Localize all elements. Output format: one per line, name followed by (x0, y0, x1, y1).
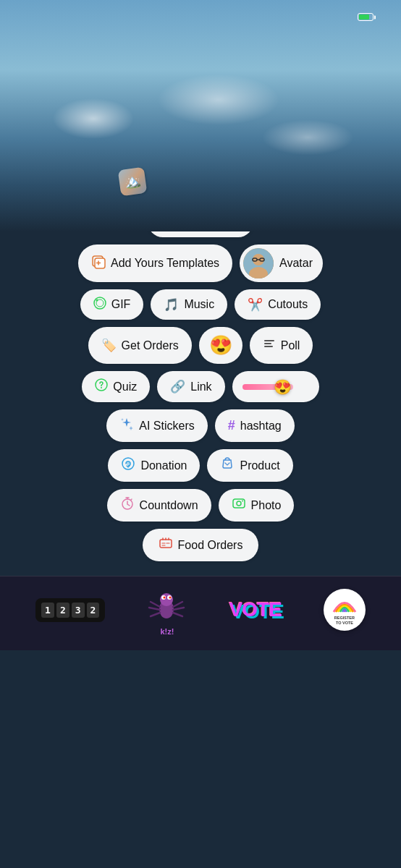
svg-rect-17 (264, 340, 274, 341)
bottom-vote-sticker[interactable]: VOTE (229, 600, 282, 620)
sticker-aistickers-label: AI Stickers (139, 420, 194, 433)
quiz-icon (95, 378, 108, 395)
sticker-gif[interactable]: GIF (80, 289, 144, 320)
register-badge: REGISTERTO VOTE (324, 589, 366, 631)
svg-point-23 (127, 462, 130, 465)
sticker-link-label: Link (190, 380, 211, 393)
sticker-product-label: Product (240, 459, 279, 472)
photo-icon (232, 496, 246, 514)
emoji-reaction-icon: 😍 (209, 334, 232, 357)
sticker-donation-label: Donation (140, 459, 187, 472)
hashtag-icon: # (228, 418, 235, 433)
frames-thumbnail: 🏔️ (118, 167, 148, 197)
sticker-music[interactable]: 🎵 Music (151, 289, 227, 320)
sticker-countdown[interactable]: Countdown (107, 489, 211, 522)
slider-thumb-emoji: 😍 (274, 380, 292, 394)
svg-point-26 (237, 501, 241, 506)
sticker-avatar[interactable]: Avatar (240, 244, 323, 282)
sticker-addyours-templates-label: Add Yours Templates (111, 257, 219, 270)
spider-display: k!z! (147, 584, 187, 636)
sticker-cutouts[interactable]: ✂️ Cutouts (235, 289, 321, 320)
bottom-bar: 1 2 3 2 (0, 576, 401, 650)
countdown-icon (120, 496, 135, 514)
sticker-photo-label: Photo (251, 499, 282, 512)
sticker-row-10: Donation Product (108, 449, 292, 482)
product-icon (220, 456, 235, 475)
aistickers-icon (119, 417, 134, 435)
sticker-countdown-label: Countdown (140, 499, 198, 512)
sticker-hashtag[interactable]: # hashtag (215, 409, 295, 442)
vote-display: VOTE (229, 600, 282, 620)
addyourstemp-icon (91, 255, 106, 273)
bottom-spider-sticker[interactable]: k!z! (147, 584, 187, 636)
sticker-gif-label: GIF (111, 298, 131, 311)
sticker-row-9: AI Stickers # hashtag (106, 409, 294, 442)
sticker-emoji-slider[interactable]: 😍 (232, 371, 319, 402)
svg-rect-19 (264, 346, 273, 347)
sticker-emoji-reaction[interactable]: 😍 (199, 327, 242, 364)
poll-icon (263, 337, 276, 354)
svg-point-27 (242, 501, 243, 502)
bottom-register-sticker[interactable]: REGISTERTO VOTE (324, 589, 366, 631)
avatar-thumbnail (243, 248, 274, 278)
sticker-music-label: Music (184, 298, 214, 311)
sticker-quiz-label: Quiz (113, 380, 137, 393)
foodorders-icon (159, 536, 173, 554)
svg-point-30 (160, 593, 173, 606)
sticker-cutouts-label: Cutouts (268, 298, 308, 311)
svg-rect-18 (264, 343, 271, 344)
sticker-aistickers[interactable]: AI Stickers (106, 409, 207, 442)
sticker-poll-label: Poll (281, 339, 300, 352)
sticker-getorders[interactable]: 🏷️ Get Orders (88, 327, 192, 364)
music-icon: 🎵 (164, 297, 179, 312)
svg-point-34 (169, 597, 172, 599)
svg-point-16 (96, 299, 98, 302)
sticker-row-6: GIF 🎵 Music ✂️ Cutouts (80, 289, 321, 320)
cutouts-icon: ✂️ (248, 297, 263, 312)
vote-label: VOTE (229, 600, 282, 620)
getorders-icon: 🏷️ (101, 338, 117, 353)
sticker-foodorders-label: Food Orders (178, 539, 243, 552)
sticker-row-12: Food Orders (143, 529, 259, 561)
gif-icon (93, 297, 106, 312)
sticker-row-7: 🏷️ Get Orders 😍 Poll (88, 327, 313, 364)
svg-point-14 (94, 297, 106, 309)
sticker-foodorders[interactable]: Food Orders (143, 529, 259, 561)
sticker-row-5: Add Yours Templates Avatar (78, 244, 323, 282)
sticker-poll[interactable]: Poll (250, 327, 313, 364)
svg-point-21 (101, 387, 102, 388)
sticker-hashtag-label: hashtag (240, 420, 282, 433)
sticker-link[interactable]: 🔗 Link (157, 371, 224, 402)
slider-track: 😍 (242, 384, 293, 390)
svg-point-33 (164, 597, 166, 599)
sticker-avatar-label: Avatar (279, 257, 313, 270)
sticker-product[interactable]: Product (207, 449, 292, 482)
battery-icon (358, 13, 373, 21)
sticker-getorders-label: Get Orders (122, 339, 179, 352)
sticker-donation[interactable]: Donation (108, 449, 200, 482)
link-icon: 🔗 (170, 379, 185, 394)
donation-icon (121, 456, 135, 475)
sticker-addyours-templates[interactable]: Add Yours Templates (78, 244, 232, 282)
sticker-photo[interactable]: Photo (219, 489, 295, 522)
clock-display: 1 2 3 2 (35, 598, 105, 622)
sticker-row-8: Quiz 🔗 Link 😍 (82, 371, 318, 402)
svg-rect-28 (160, 540, 172, 548)
sticker-quiz[interactable]: Quiz (82, 371, 150, 402)
bottom-clock-sticker[interactable]: 1 2 3 2 (35, 598, 105, 622)
sticker-row-11: Countdown Photo (107, 489, 295, 522)
